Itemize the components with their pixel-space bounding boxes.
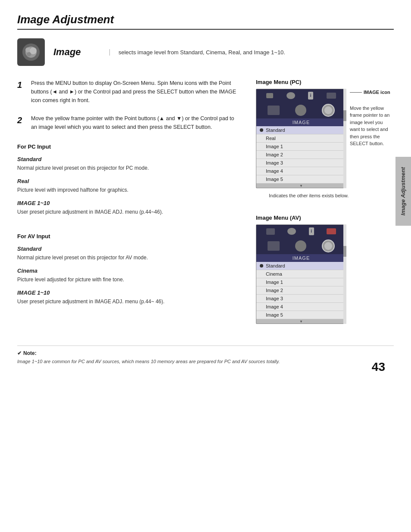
pc-menu-topbar: i bbox=[256, 89, 346, 102]
side-tab: Image Adjustment bbox=[395, 157, 411, 226]
pc-menu-label: IMAGE bbox=[256, 118, 346, 126]
pc-image110-label: IMAGE 1~10 bbox=[17, 200, 239, 206]
av-menu-title: Image Menu (AV) bbox=[256, 215, 394, 221]
pc-scrollbar-thumb bbox=[343, 110, 346, 121]
pc-menu-big-icons bbox=[256, 102, 346, 118]
pc-menu-screenshot: i IMAGE bbox=[256, 89, 346, 188]
pc-menu-item-image4: Image 4 bbox=[256, 167, 346, 175]
pc-menu-item-standard: Standard bbox=[256, 126, 346, 134]
info-icon: i bbox=[308, 92, 313, 100]
function-name: Image bbox=[53, 47, 97, 58]
pc-menu-title: Image Menu (PC) bbox=[256, 79, 394, 85]
pc-scroll-indicator: ▼ bbox=[256, 184, 346, 188]
av-cinema-text: Picture level adjusted for picture with … bbox=[17, 276, 239, 283]
av-bullet-icon bbox=[260, 264, 263, 268]
av-scroll-indicator: ▼ bbox=[256, 319, 346, 324]
pc-menu-items: Standard Real Image 1 Image 2 bbox=[256, 126, 346, 184]
side-tab-label: Image Adjustment bbox=[400, 167, 407, 215]
av-menu-item-image1: Image 1 bbox=[256, 278, 346, 286]
av-menu-topbar: i bbox=[256, 225, 346, 238]
av-cinema-label: Cinema bbox=[17, 268, 239, 274]
note-title: ✔ Note: bbox=[17, 350, 394, 356]
av-input-header: For AV Input bbox=[17, 233, 239, 240]
header-description: selects image level from Standard, Cinem… bbox=[109, 49, 285, 56]
av-menu-item-cinema: Cinema bbox=[256, 270, 346, 278]
pc-menu-item-image1: Image 1 bbox=[256, 143, 346, 151]
pc-menu-item-real: Real bbox=[256, 134, 346, 143]
av-menu-item-image2: Image 2 bbox=[256, 286, 346, 295]
left-column: 1 Press the MENU button to display On-Sc… bbox=[17, 79, 239, 328]
av-menu-item-standard: Standard bbox=[256, 262, 346, 270]
header-section: Image selects image level from Standard,… bbox=[17, 38, 394, 66]
av-menu-item-image3: Image 3 bbox=[256, 295, 346, 303]
av-menu-big-icons bbox=[256, 238, 346, 254]
av-image110-label: IMAGE 1~10 bbox=[17, 289, 239, 296]
step-1: 1 Press the MENU button to display On-Sc… bbox=[17, 79, 239, 105]
pc-real-text: Picture level with improved halftone for… bbox=[17, 186, 239, 194]
step-text-1: Press the MENU button to display On-Scre… bbox=[31, 79, 239, 105]
image-icon-label: IMAGE icon bbox=[350, 89, 394, 96]
note-text: Image 1~10 are common for PC and AV sour… bbox=[17, 358, 394, 365]
pc-menu-item-image2: Image 2 bbox=[256, 151, 346, 159]
page-number: 43 bbox=[372, 360, 385, 374]
av-menu-screenshot: i IMAGE bbox=[256, 224, 346, 324]
av-standard-label: Standard bbox=[17, 246, 239, 252]
step-2: 2 Move the yellow frame pointer with the… bbox=[17, 114, 239, 131]
pc-standard-text: Normal picture level preset on this proj… bbox=[17, 164, 239, 172]
pc-real-label: Real bbox=[17, 178, 239, 184]
step-number-2: 2 bbox=[17, 114, 26, 131]
av-menu-label: IMAGE bbox=[256, 254, 346, 262]
av-scrollbar bbox=[343, 224, 346, 324]
pc-input-header: For PC Input bbox=[17, 143, 239, 150]
svg-point-3 bbox=[30, 47, 37, 54]
pc-standard-label: Standard bbox=[17, 156, 239, 162]
main-layout: 1 Press the MENU button to display On-Sc… bbox=[17, 79, 394, 328]
av-menu-item-image4: Image 4 bbox=[256, 303, 346, 311]
pc-menu-item-image3: Image 3 bbox=[256, 159, 346, 167]
pc-scrollbar bbox=[343, 89, 346, 188]
svg-point-2 bbox=[25, 47, 31, 53]
below-menu-note: Indicates the other items exists below. bbox=[256, 193, 394, 199]
page-title: Image Adjustment bbox=[17, 13, 394, 30]
bullet-icon bbox=[260, 128, 263, 132]
note-section: ✔ Note: Image 1~10 are common for PC and… bbox=[17, 345, 394, 365]
info-icon-av: i bbox=[309, 227, 314, 235]
av-standard-text: Normal picture level preset on this proj… bbox=[17, 254, 239, 261]
av-menu-item-image5: Image 5 bbox=[256, 311, 346, 319]
pc-menu-item-image5: Image 5 bbox=[256, 175, 346, 184]
svg-point-4 bbox=[27, 52, 31, 56]
step-text-2: Move the yellow frame pointer with the P… bbox=[31, 114, 239, 131]
pc-menu-annotation: IMAGE icon Move the yellow frame pointer… bbox=[350, 89, 394, 147]
step-number-1: 1 bbox=[17, 79, 26, 105]
pc-image110-text: User preset picture adjustment in IMAGE … bbox=[17, 208, 239, 216]
av-image110-text: User preset picture adjustment in IMAGE … bbox=[17, 298, 239, 305]
av-menu-items: Standard Cinema Image 1 Image 2 bbox=[256, 262, 346, 319]
image-function-icon bbox=[17, 38, 45, 66]
av-scrollbar-thumb bbox=[343, 246, 346, 257]
pc-pointer-note: Move the yellow frame pointer to an imag… bbox=[350, 105, 394, 147]
right-column: Image Menu (PC) i bbox=[256, 79, 394, 328]
